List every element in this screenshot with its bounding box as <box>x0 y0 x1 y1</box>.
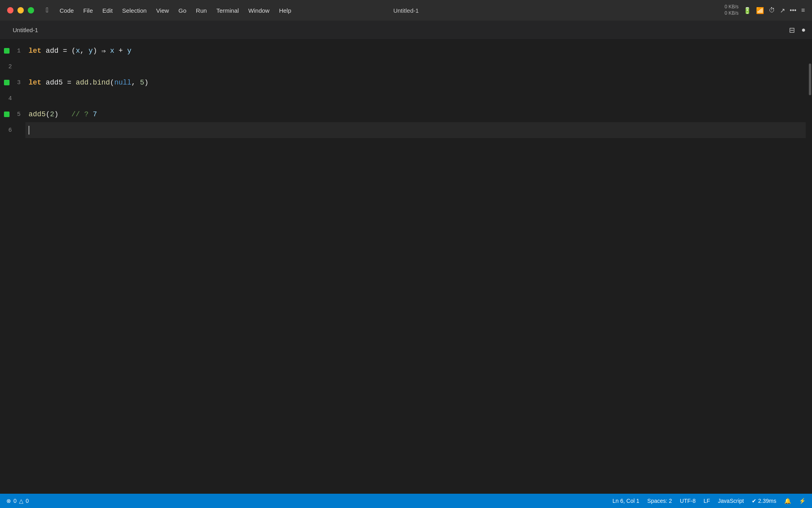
line-number-row: 2 <box>0 59 21 75</box>
text-cursor <box>29 126 29 135</box>
tab-bar: Untitled-1 ⊟ ● <box>0 21 812 40</box>
menu-run[interactable]: Run <box>192 6 211 15</box>
remote-conn-icon: ⚡ <box>799 498 806 504</box>
code-line-4 <box>25 90 806 106</box>
position-text: Ln 6, Col 1 <box>613 498 640 504</box>
method-bind: bind <box>93 79 110 87</box>
menu-window[interactable]: Window <box>244 6 273 15</box>
scrollbar-thumb[interactable] <box>809 64 811 95</box>
battery-icon: 🔋 <box>743 7 751 14</box>
line-number-row: 5 <box>0 106 21 122</box>
line-number-row: 1 <box>0 43 21 59</box>
title-bar:  Code File Edit Selection View Go Run T… <box>0 0 812 21</box>
code-line-5: add5 ( 2 ) // ? 7 <box>25 106 806 122</box>
warning-icon: △ <box>19 498 23 504</box>
line-num-6: 6 <box>4 127 12 134</box>
code-line-2 <box>25 59 806 75</box>
op-plus: + <box>119 47 123 55</box>
code-line-6 <box>25 122 806 138</box>
line-number-row: 4 <box>0 90 21 106</box>
eol[interactable]: LF <box>703 498 710 504</box>
encoding-text: UTF-8 <box>680 498 696 504</box>
remote-icon[interactable]: ⚡ <box>799 498 806 504</box>
scrollbar[interactable] <box>806 40 812 494</box>
close-button[interactable] <box>7 7 13 13</box>
fn-add: add <box>76 79 88 87</box>
menu-help[interactable]: Help <box>275 6 295 15</box>
result-7: 7 <box>93 110 97 118</box>
title-bar-right: 0 KB/s 0 KB/s 🔋 📶 ⏱ ↗ ••• ≡ <box>724 4 812 16</box>
more-actions-icon[interactable]: ● <box>801 26 806 34</box>
notifications-icon[interactable]: 🔔 <box>784 498 791 504</box>
split-editor-icon[interactable]: ⊟ <box>789 26 795 35</box>
param-x: x <box>76 47 80 55</box>
var-add5: add5 <box>46 79 63 87</box>
expr-y: y <box>127 47 132 55</box>
network-status: 0 KB/s 0 KB/s <box>724 4 738 16</box>
line-number-row: 3 <box>0 75 21 90</box>
paren-open-3: ( <box>110 79 114 87</box>
keyword-let-3: let <box>29 79 41 87</box>
menu-file[interactable]: File <box>79 6 97 15</box>
paren-close-1: ) <box>93 47 97 55</box>
maximize-button[interactable] <box>28 7 34 13</box>
line-num-4: 4 <box>4 95 12 102</box>
num-2: 2 <box>50 110 54 118</box>
breakpoint-5[interactable] <box>4 112 10 117</box>
status-bar: ⊗ 0 △ 0 Ln 6, Col 1 Spaces: 2 UTF-8 LF J… <box>0 494 812 508</box>
editor-tab[interactable]: Untitled-1 <box>6 23 44 37</box>
traffic-lights <box>0 7 34 13</box>
menu-view[interactable]: View <box>152 6 173 15</box>
menu-bar:  Code File Edit Selection View Go Run T… <box>40 5 724 16</box>
line-num-2: 2 <box>4 64 12 70</box>
errors-indicator[interactable]: ⊗ 0 △ 0 <box>6 498 29 504</box>
code-content[interactable]: let add = ( x , y ) ⇒ x + y let add5 = a… <box>25 40 806 494</box>
menu-code[interactable]: Code <box>56 6 78 15</box>
paren-close-5: ) <box>54 110 59 118</box>
indentation[interactable]: Spaces: 2 <box>647 498 672 504</box>
status-right: Ln 6, Col 1 Spaces: 2 UTF-8 LF JavaScrip… <box>613 498 806 504</box>
tab-bar-right: ⊟ ● <box>789 26 806 35</box>
window-title: Untitled-1 <box>393 7 419 14</box>
line-num-5: 5 <box>13 111 21 118</box>
editor-area: 1 2 3 4 5 6 let add = ( <box>0 40 812 494</box>
spaces-text: Spaces: 2 <box>647 498 672 504</box>
cursor-position[interactable]: Ln 6, Col 1 <box>613 498 640 504</box>
keyword-let-1: let <box>29 47 41 55</box>
language-mode[interactable]: JavaScript <box>718 498 744 504</box>
breakpoint-3[interactable] <box>4 80 10 85</box>
minimize-button[interactable] <box>17 7 24 13</box>
param-y: y <box>88 47 93 55</box>
var-add: add <box>46 47 58 55</box>
timing-text: ✔ 2.39ms <box>752 498 776 504</box>
line-num-1: 1 <box>13 48 21 54</box>
list-icon[interactable]: ≡ <box>801 7 805 14</box>
comment-question: ? <box>84 110 88 118</box>
dots-icon[interactable]: ••• <box>790 7 797 14</box>
bell-icon: 🔔 <box>784 498 791 504</box>
error-icon: ⊗ <box>6 498 11 504</box>
expr-x: x <box>110 47 114 55</box>
menu-selection[interactable]: Selection <box>118 6 151 15</box>
fn-add5-call: add5 <box>29 110 46 118</box>
line-number-row: 6 <box>0 122 21 138</box>
status-left: ⊗ 0 △ 0 <box>6 498 29 504</box>
error-count: 0 <box>13 498 17 504</box>
arrow-icon: ↗ <box>780 7 785 14</box>
null-keyword: null <box>114 79 131 87</box>
breakpoint-1[interactable] <box>4 48 10 54</box>
encoding[interactable]: UTF-8 <box>680 498 696 504</box>
language-text: JavaScript <box>718 498 744 504</box>
vpn-icon: ⏱ <box>769 7 775 14</box>
timing[interactable]: ✔ 2.39ms <box>752 498 776 504</box>
menu-terminal[interactable]: Terminal <box>213 6 243 15</box>
op-comma: , <box>80 47 84 55</box>
apple-icon[interactable]:  <box>40 5 54 16</box>
code-line-1: let add = ( x , y ) ⇒ x + y <box>25 43 806 59</box>
line-numbers: 1 2 3 4 5 6 <box>0 40 25 494</box>
comment-slash: // <box>71 110 80 118</box>
menu-go[interactable]: Go <box>174 6 190 15</box>
op-comma-3: , <box>131 79 136 87</box>
menu-edit[interactable]: Edit <box>98 6 117 15</box>
paren-close-3: ) <box>144 79 149 87</box>
